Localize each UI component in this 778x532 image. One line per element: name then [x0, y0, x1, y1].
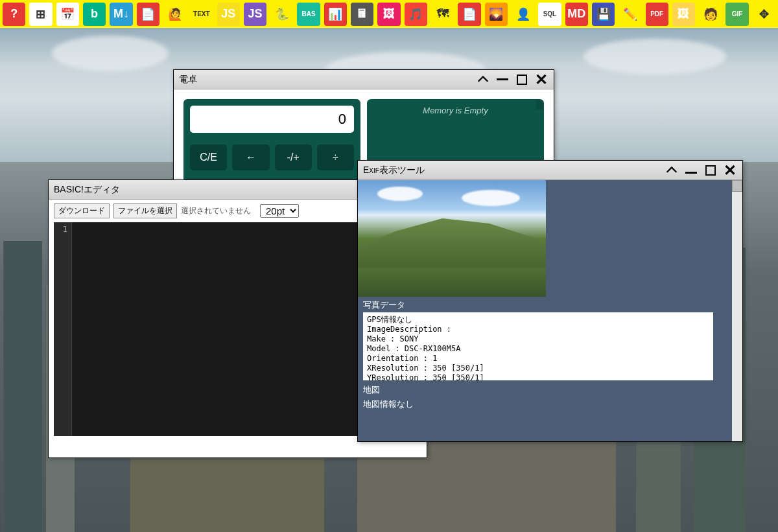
gif-icon[interactable]: GIF	[725, 3, 748, 26]
calculator-titlebar[interactable]: 電卓 ✕	[174, 70, 554, 89]
minimize-icon[interactable]	[685, 172, 697, 174]
md-alt-icon[interactable]: MD	[565, 3, 588, 26]
js-alt-icon[interactable]: JS	[244, 3, 266, 26]
edit-pen-icon[interactable]: ✏️	[619, 3, 641, 26]
basic-title: BASIC!エディタ	[54, 184, 407, 196]
add-file-icon[interactable]: 📄	[458, 3, 480, 26]
calculator-display: 0	[190, 106, 354, 133]
help-person-icon[interactable]: 🙋	[163, 3, 186, 26]
maximize-icon[interactable]	[703, 163, 718, 178]
exif-title: Exif表示ツール	[363, 165, 665, 176]
avatar-icon[interactable]: 🧑	[699, 3, 722, 26]
clear-button[interactable]: C/E	[190, 145, 227, 170]
close-icon[interactable]: ✕	[723, 163, 737, 178]
user-icon[interactable]: 👤	[512, 3, 534, 26]
memory-empty-text: Memory is Empty	[423, 106, 488, 115]
exif-icon[interactable]: 🖼	[672, 3, 695, 26]
basic-icon[interactable]: BAS	[297, 3, 320, 26]
calendar-icon[interactable]: 📅	[56, 3, 79, 26]
markdown-icon[interactable]: M↓	[110, 3, 132, 26]
grid-apps-icon[interactable]: ⊞	[29, 3, 52, 26]
help-icon[interactable]: ?	[3, 3, 25, 26]
download-button[interactable]: ダウンロード	[54, 203, 110, 218]
photo-data-label: 写真データ	[358, 297, 732, 312]
calculator-title: 電卓	[179, 74, 476, 86]
notepad-icon[interactable]: 📄	[137, 3, 159, 26]
collapse-icon[interactable]	[665, 163, 679, 178]
photo-preview	[358, 180, 546, 297]
bing-icon[interactable]: b	[83, 3, 106, 26]
music-icon[interactable]: 🎵	[405, 3, 427, 26]
choose-file-button[interactable]: ファイルを選択	[113, 203, 177, 218]
divide-button[interactable]: ÷	[317, 145, 354, 170]
app-toolbar: ?⊞📅bM↓📄🙋TEXTJSJS🐍BAS📊🖩🖼🎵🗺📄🌄👤SQLMD💾✏️PDF🖼…	[0, 0, 778, 28]
exif-window: Exif表示ツール ✕ 写真データ GPS情報なし ImageDescripti…	[357, 160, 743, 442]
move-icon[interactable]: ✥	[753, 3, 775, 26]
font-size-select[interactable]: 20pt	[260, 204, 299, 218]
memory-scrollbar[interactable]	[536, 100, 543, 110]
map-label: 地図	[358, 383, 732, 397]
javascript-icon[interactable]: JS	[217, 3, 240, 26]
exif-data-text[interactable]: GPS情報なし ImageDescription : Make : SONY M…	[363, 312, 713, 380]
close-icon[interactable]: ✕	[534, 73, 548, 87]
exif-titlebar[interactable]: Exif表示ツール ✕	[358, 161, 742, 180]
pdf-icon[interactable]: PDF	[646, 3, 668, 26]
no-file-text: 選択されていません	[181, 205, 251, 216]
minimize-icon[interactable]	[497, 78, 508, 80]
line-gutter: 1	[54, 222, 72, 436]
line-number: 1	[54, 225, 67, 234]
text-icon[interactable]: TEXT	[190, 3, 213, 26]
exif-scrollbar[interactable]	[732, 180, 742, 441]
negate-button[interactable]: -/+	[275, 145, 312, 170]
calculator-icon[interactable]: 🖩	[351, 3, 373, 26]
map-icon[interactable]: 🗺	[431, 3, 454, 26]
maximize-icon[interactable]	[515, 73, 529, 87]
sql-icon[interactable]: SQL	[538, 3, 561, 26]
image-icon[interactable]: 🖼	[377, 3, 400, 26]
slide-icon[interactable]: 📊	[324, 3, 347, 26]
picture-icon[interactable]: 🌄	[485, 3, 508, 26]
save-disk-icon[interactable]: 💾	[592, 3, 615, 26]
backspace-button[interactable]: ←	[232, 145, 269, 170]
map-none-text: 地図情報なし	[358, 397, 732, 411]
collapse-icon[interactable]	[476, 73, 490, 87]
python-icon[interactable]: 🐍	[270, 3, 293, 26]
